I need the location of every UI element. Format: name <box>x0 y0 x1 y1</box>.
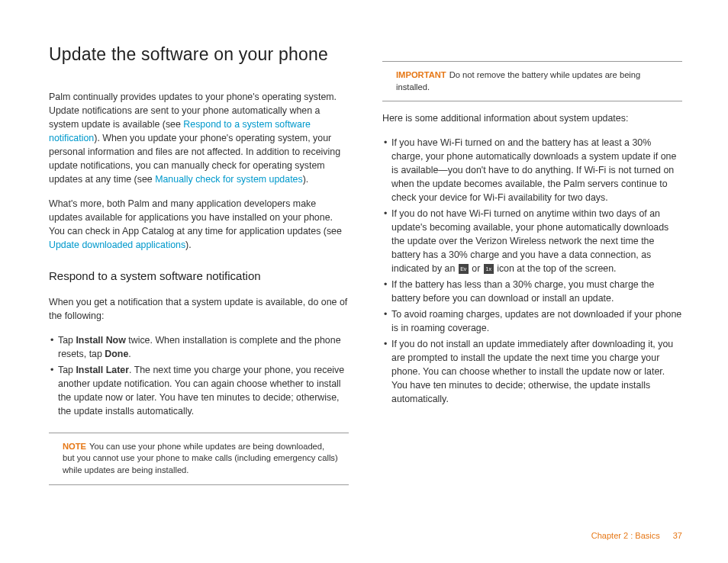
text: Tap <box>58 335 76 346</box>
respond-intro: When you get a notification that a syste… <box>49 296 349 323</box>
section-heading-respond: Respond to a system software notificatio… <box>49 269 349 282</box>
install-now-label: Install Now <box>76 335 125 346</box>
page-content: Update the software on your phone Palm c… <box>49 44 682 496</box>
additional-list: If you have Wi-Fi turned on and the batt… <box>382 137 682 407</box>
list-item: If you do not install an update immediat… <box>382 338 682 407</box>
text: . <box>128 349 130 359</box>
note-text: NOTEYou can use your phone while updates… <box>63 441 338 477</box>
ev-signal-icon: Ev <box>459 264 469 274</box>
chapter-label: Chapter 2 : Basics <box>591 531 660 540</box>
list-item: Tap Install Later. The next time you cha… <box>49 364 349 419</box>
page-footer: Chapter 2 : Basics 37 <box>591 531 682 540</box>
link-manual-check[interactable]: Manually check for system updates <box>155 174 303 185</box>
text: icon at the top of the screen. <box>494 263 617 274</box>
1x-signal-icon: 1x <box>484 264 494 274</box>
note-body: You can use your phone while updates are… <box>63 442 338 475</box>
note-callout: NOTEYou can use your phone while updates… <box>49 433 349 485</box>
text: Tap <box>58 365 76 375</box>
text: or <box>469 263 483 274</box>
important-label: IMPORTANT <box>396 70 446 79</box>
note-label: NOTE <box>63 442 86 451</box>
page-number: 37 <box>673 531 682 540</box>
list-item: If you have Wi-Fi turned on and the batt… <box>382 137 682 205</box>
list-item: If the battery has less than a 30% charg… <box>382 278 682 306</box>
important-text: IMPORTANTDo not remove the battery while… <box>396 69 672 93</box>
intro-paragraph-2: What's more, both Palm and many applicat… <box>49 198 349 253</box>
left-column: Update the software on your phone Palm c… <box>49 44 349 496</box>
right-column: IMPORTANTDo not remove the battery while… <box>382 44 682 496</box>
text: ). <box>303 174 309 185</box>
link-update-apps[interactable]: Update downloaded applications <box>49 240 185 250</box>
additional-info-intro: Here is some additional information abou… <box>382 112 682 126</box>
important-callout: IMPORTANTDo not remove the battery while… <box>382 61 682 101</box>
text: What's more, both Palm and many applicat… <box>49 198 342 236</box>
page-title: Update the software on your phone <box>49 44 349 65</box>
list-item: If you do not have Wi-Fi turned on anyti… <box>382 208 682 276</box>
intro-paragraph-1: Palm continually provides updates to you… <box>49 91 349 187</box>
list-item: Tap Install Now twice. When installation… <box>49 334 349 362</box>
list-item: To avoid roaming charges, updates are no… <box>382 308 682 336</box>
install-later-label: Install Later <box>76 365 129 375</box>
respond-list: Tap Install Now twice. When installation… <box>49 334 349 419</box>
text: ). <box>185 240 192 250</box>
done-label: Done <box>105 349 128 359</box>
